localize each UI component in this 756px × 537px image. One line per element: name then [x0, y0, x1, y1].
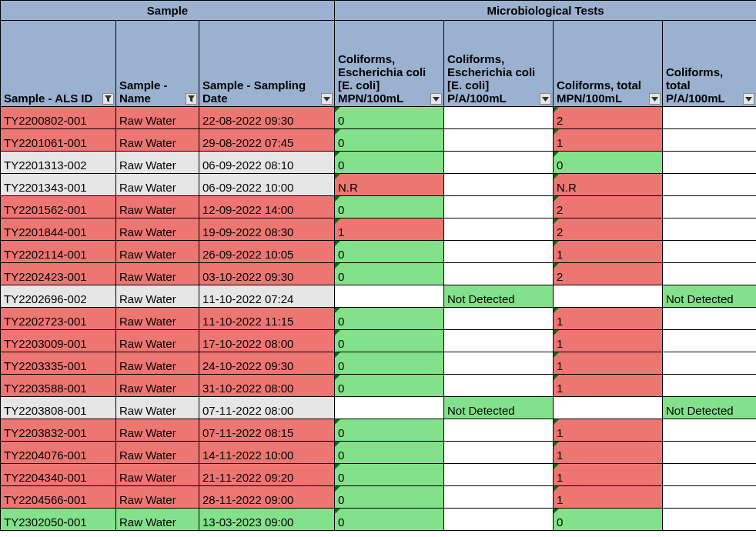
cell-name[interactable]: Raw Water — [116, 285, 199, 308]
cell-als-id[interactable]: TY2203832-001 — [1, 419, 116, 442]
cell-date[interactable]: 06-09-2022 10:00 — [199, 174, 335, 196]
cell-total-mpn[interactable] — [554, 397, 663, 419]
cell-als-id[interactable]: TY2201313-002 — [1, 152, 116, 174]
cell-als-id[interactable]: TY2203588-001 — [1, 375, 116, 397]
cell-als-id[interactable]: TY2203009-001 — [1, 330, 116, 352]
cell-total-pa[interactable] — [663, 196, 756, 218]
cell-total-mpn[interactable]: 0 — [554, 152, 663, 174]
cell-date[interactable]: 29-08-2022 07:45 — [199, 129, 335, 152]
cell-name[interactable]: Raw Water — [116, 509, 199, 531]
cell-ecoli-pa[interactable] — [444, 174, 554, 196]
cell-name[interactable]: Raw Water — [116, 442, 199, 464]
filter-button[interactable] — [186, 93, 197, 105]
cell-total-mpn[interactable]: 2 — [554, 218, 663, 241]
cell-als-id[interactable]: TY2204076-001 — [1, 442, 116, 464]
cell-ecoli-mpn[interactable]: N.R — [335, 174, 444, 196]
cell-total-mpn[interactable]: 1 — [554, 419, 663, 442]
cell-ecoli-pa[interactable]: Not Detected — [444, 397, 554, 419]
cell-total-mpn[interactable]: N.R — [554, 174, 663, 196]
cell-ecoli-mpn[interactable]: 0 — [335, 152, 444, 174]
cell-date[interactable]: 31-10-2022 08:00 — [199, 375, 335, 397]
cell-ecoli-mpn[interactable]: 0 — [335, 196, 444, 218]
cell-als-id[interactable]: TY2204340-001 — [1, 464, 116, 486]
cell-name[interactable]: Raw Water — [116, 375, 199, 397]
cell-date[interactable]: 03-10-2022 09:30 — [199, 263, 335, 285]
cell-als-id[interactable]: TY2202696-002 — [1, 285, 116, 308]
cell-ecoli-mpn[interactable]: 0 — [335, 419, 444, 442]
cell-name[interactable]: Raw Water — [116, 241, 199, 263]
cell-ecoli-pa[interactable] — [444, 196, 554, 218]
cell-date[interactable]: 14-11-2022 10:00 — [199, 442, 335, 464]
cell-ecoli-pa[interactable] — [444, 464, 554, 486]
cell-ecoli-pa[interactable] — [444, 241, 554, 263]
cell-date[interactable]: 22-08-2022 09:30 — [199, 107, 335, 129]
cell-ecoli-pa[interactable]: Not Detected — [444, 285, 554, 308]
cell-ecoli-pa[interactable] — [444, 375, 554, 397]
cell-total-mpn[interactable]: 1 — [554, 308, 663, 330]
filter-button[interactable] — [743, 93, 754, 105]
cell-total-pa[interactable] — [663, 352, 756, 375]
filter-button[interactable] — [102, 93, 114, 105]
cell-als-id[interactable]: TY2201562-001 — [1, 196, 116, 218]
cell-als-id[interactable]: TY2203335-001 — [1, 352, 116, 375]
cell-name[interactable]: Raw Water — [116, 330, 199, 352]
cell-ecoli-mpn[interactable]: 0 — [335, 352, 444, 375]
cell-total-pa[interactable] — [663, 174, 756, 196]
cell-total-pa[interactable] — [663, 486, 756, 509]
cell-total-pa[interactable] — [663, 218, 756, 241]
cell-date[interactable]: 11-10-2022 11:15 — [199, 308, 335, 330]
cell-ecoli-pa[interactable] — [444, 419, 554, 442]
cell-date[interactable]: 07-11-2022 08:15 — [199, 419, 335, 442]
cell-ecoli-pa[interactable] — [444, 442, 554, 464]
cell-date[interactable]: 24-10-2022 09:30 — [199, 352, 335, 375]
cell-total-mpn[interactable]: 1 — [554, 375, 663, 397]
cell-total-pa[interactable] — [663, 107, 756, 129]
cell-total-pa[interactable] — [663, 464, 756, 486]
cell-ecoli-pa[interactable] — [444, 263, 554, 285]
cell-total-pa[interactable] — [663, 129, 756, 152]
cell-total-mpn[interactable]: 1 — [554, 129, 663, 152]
cell-name[interactable]: Raw Water — [116, 263, 199, 285]
filter-button[interactable] — [430, 93, 442, 105]
cell-total-mpn[interactable]: 2 — [554, 196, 663, 218]
filter-button[interactable] — [540, 93, 551, 105]
cell-als-id[interactable]: TY2204566-001 — [1, 486, 116, 509]
cell-ecoli-mpn[interactable] — [335, 285, 444, 308]
cell-total-pa[interactable] — [663, 509, 756, 531]
cell-ecoli-mpn[interactable]: 0 — [335, 263, 444, 285]
cell-als-id[interactable]: TY2201844-001 — [1, 218, 116, 241]
cell-total-mpn[interactable]: 1 — [554, 241, 663, 263]
cell-date[interactable]: 19-09-2022 08:30 — [199, 218, 335, 241]
cell-date[interactable]: 13-03-2023 09:00 — [199, 509, 335, 531]
cell-name[interactable]: Raw Water — [116, 486, 199, 509]
cell-als-id[interactable]: TY2203808-001 — [1, 397, 116, 419]
cell-als-id[interactable]: TY2302050-001 — [1, 509, 116, 531]
cell-ecoli-pa[interactable] — [444, 107, 554, 129]
cell-date[interactable]: 26-09-2022 10:05 — [199, 241, 335, 263]
cell-name[interactable]: Raw Water — [116, 218, 199, 241]
cell-als-id[interactable]: TY2202423-001 — [1, 263, 116, 285]
cell-total-mpn[interactable]: 1 — [554, 352, 663, 375]
cell-date[interactable]: 12-09-2022 14:00 — [199, 196, 335, 218]
cell-total-pa[interactable] — [663, 375, 756, 397]
cell-total-mpn[interactable]: 1 — [554, 486, 663, 509]
filter-button[interactable] — [649, 93, 661, 105]
cell-als-id[interactable]: TY2201061-001 — [1, 129, 116, 152]
cell-als-id[interactable]: TY2200802-001 — [1, 107, 116, 129]
cell-ecoli-mpn[interactable]: 0 — [335, 129, 444, 152]
cell-ecoli-pa[interactable] — [444, 152, 554, 174]
cell-als-id[interactable]: TY2202723-001 — [1, 308, 116, 330]
cell-total-mpn[interactable]: 1 — [554, 330, 663, 352]
cell-ecoli-pa[interactable] — [444, 308, 554, 330]
cell-total-pa[interactable]: Not Detected — [663, 285, 756, 308]
cell-ecoli-mpn[interactable]: 0 — [335, 375, 444, 397]
cell-total-pa[interactable] — [663, 419, 756, 442]
cell-date[interactable]: 07-11-2022 08:00 — [199, 397, 335, 419]
cell-total-pa[interactable]: Not Detected — [663, 397, 756, 419]
cell-total-mpn[interactable] — [554, 285, 663, 308]
filter-button[interactable] — [321, 93, 333, 105]
cell-ecoli-mpn[interactable] — [335, 397, 444, 419]
cell-name[interactable]: Raw Water — [116, 174, 199, 196]
cell-total-mpn[interactable]: 2 — [554, 263, 663, 285]
cell-total-pa[interactable] — [663, 263, 756, 285]
